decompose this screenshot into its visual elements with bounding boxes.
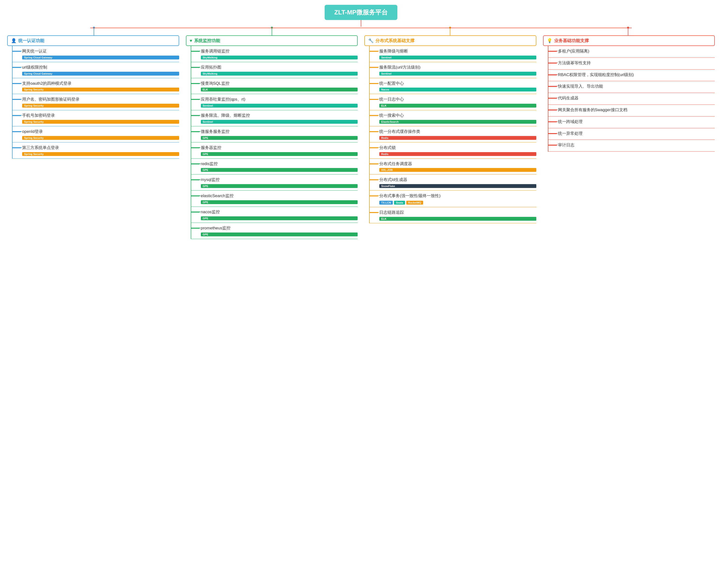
item-title: mysql监控 — [201, 177, 358, 183]
item-title: RBAC权限管理，实现细粒度控制(url级别) — [558, 72, 715, 78]
list-item: 代码生成器 — [548, 93, 715, 105]
item-title: 服务限流、降级、熔断监控 — [201, 113, 358, 119]
list-item: 统一异常处理 — [548, 128, 715, 140]
item-title: 统一跨域处理 — [558, 119, 715, 125]
item-tag: Spring Security — [22, 152, 179, 156]
item-tag: ELK — [379, 217, 536, 221]
item-tag: Spring Cloud Gateway — [22, 56, 179, 60]
list-item: 服务器监控 GPE — [191, 143, 358, 159]
list-item: 审计日志 — [548, 140, 715, 152]
list-item: 服务限流、降级、熔断监控 Sentinel — [191, 110, 358, 126]
item-title: 多租户(应用隔离) — [558, 48, 715, 54]
item-title: 网关统一认证 — [22, 48, 179, 54]
list-item: 应用吞吐量监控(qps、rt) Sentinel — [191, 94, 358, 110]
h-item-line — [548, 63, 558, 63]
item-title: 分布式Id生成器 — [379, 177, 536, 183]
list-item: 用户名、密码加图形验证码登录 Spring Security — [13, 94, 179, 110]
list-item: 分布式事务(强一致性/最终一致性) TX-LCN Seata RocketMQ — [370, 191, 536, 207]
item-title: 分布式锁 — [379, 145, 536, 151]
item-tag: GPE — [201, 136, 358, 140]
item-tag: ElasticSearch — [379, 120, 536, 124]
item-tag: GPE — [201, 216, 358, 220]
item-tag: GPE — [201, 200, 358, 204]
list-item: 网关统一认证 Spring Cloud Gateway — [13, 46, 179, 62]
item-tag: ELK — [379, 104, 536, 108]
h-item-line — [548, 145, 558, 145]
item-title: 统一异常处理 — [558, 131, 715, 136]
auth-icon: 👤 — [11, 38, 16, 43]
item-tag: SkyWalking — [201, 56, 358, 60]
item-tag: Redis — [379, 136, 536, 140]
item-tag: Spring Security — [22, 88, 179, 91]
list-item: 统一配置中心 Nacos — [370, 78, 536, 94]
item-tag: Spring Security — [22, 120, 179, 124]
item-title: 统一配置中心 — [379, 81, 536, 86]
h-connector-line — [90, 28, 632, 28]
h-item-line — [548, 51, 558, 51]
item-tag: GPE — [201, 152, 358, 156]
h-item-line — [548, 121, 558, 122]
monitor-icon: ♥ — [190, 38, 193, 43]
item-title: 统一搜索中心 — [379, 113, 536, 119]
monitor-title: 系统监控功能 — [194, 38, 220, 44]
list-item: 分布式锁 Redis — [370, 143, 536, 159]
list-item: mysql监控 GPE — [191, 174, 358, 191]
item-tag: Spring Security — [22, 104, 179, 108]
item-title: 第三方系统单点登录 — [22, 145, 179, 151]
item-title: 日志链路追踪 — [379, 210, 536, 215]
list-item: 方法级幂等性支持 — [548, 58, 715, 69]
dist-title: 分布式系统基础支撑 — [376, 38, 415, 44]
item-title: 慢查询SQL监控 — [201, 81, 358, 86]
biz-icon: 💡 — [547, 38, 552, 43]
item-title: 应用吞吐量监控(qps、rt) — [201, 97, 358, 102]
auth-title: 统一认证功能 — [18, 38, 44, 44]
multi-tags: TX-LCN Seata RocketMQ — [379, 200, 536, 205]
root-v-line — [361, 20, 361, 27]
item-title: 服务降级与熔断 — [379, 48, 536, 54]
h-item-line — [191, 51, 200, 51]
item-tag-txlcn: TX-LCN — [379, 201, 393, 205]
section-header-biz: 💡 业务基础功能支撑 — [543, 35, 715, 46]
item-tag: Sentinel — [379, 72, 536, 76]
list-item: 网关聚合所有服务的Swagger接口文档 — [548, 105, 715, 117]
v-top-auth — [94, 29, 94, 35]
item-tag: Spring Cloud Gateway — [22, 72, 179, 76]
item-title: 统一日志中心 — [379, 97, 536, 102]
list-item: 统一日志中心 ELK — [370, 94, 536, 110]
item-title: 支持oauth2的四种模式登录 — [22, 81, 179, 86]
biz-title: 业务基础功能支撑 — [554, 38, 589, 44]
item-title: 分布式事务(强一致性/最终一致性) — [379, 193, 536, 199]
item-title: 方法级幂等性支持 — [558, 60, 715, 66]
h-item-line — [191, 147, 200, 148]
list-item: elasticSearch监控 GPE — [191, 191, 358, 207]
h-item-line — [548, 133, 558, 133]
v-top-dist — [450, 29, 450, 35]
h-item-line — [191, 115, 200, 115]
item-title: 统一分布式缓存操作类 — [379, 129, 536, 134]
list-item: prometheus监控 GPE — [191, 223, 358, 239]
h-item-line — [370, 51, 379, 51]
item-tag: Nacos — [379, 88, 536, 91]
h-item-line — [370, 115, 379, 115]
h-item-line — [13, 147, 22, 148]
h-item-line — [370, 179, 379, 180]
h-item-line — [370, 195, 379, 196]
h-item-line — [548, 98, 558, 98]
item-title: 审计日志 — [558, 142, 715, 148]
item-tag: ELK — [201, 88, 358, 91]
list-item: 多租户(应用隔离) — [548, 46, 715, 58]
v-top-biz — [628, 29, 628, 35]
item-title: 服务调用链监控 — [201, 48, 358, 54]
column-auth: 👤 统一认证功能 网关统一认证 Spring Cloud Gateway url… — [5, 35, 182, 159]
list-item: 分布式任务调度器 XXL-JOB — [370, 159, 536, 175]
item-title: elasticSearch监控 — [201, 193, 358, 199]
list-item: openId登录 Spring Security — [13, 126, 179, 143]
item-tag-rocketmq: RocketMQ — [406, 201, 423, 205]
root-title: ZLT-MP微服务平台 — [334, 9, 388, 16]
h-item-line — [191, 228, 200, 228]
h-item-line — [191, 212, 200, 212]
item-title: 用户名、密码加图形验证码登录 — [22, 97, 179, 102]
column-distributed: 🔧 分布式系统基础支撑 服务降级与熔断 Sentinel 服务限流(url/方法… — [362, 35, 539, 223]
item-title: openId登录 — [22, 129, 179, 134]
item-title: 代码生成器 — [558, 95, 715, 101]
